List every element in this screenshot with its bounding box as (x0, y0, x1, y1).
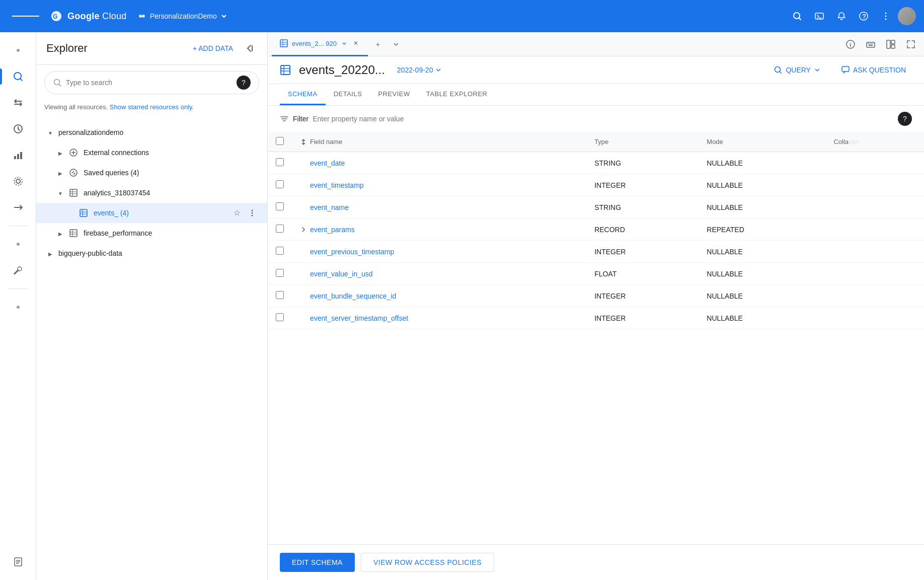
help-button[interactable]: ? (854, 6, 874, 26)
more-events-button[interactable] (245, 206, 259, 220)
info-toolbar-button[interactable]: i (841, 35, 860, 53)
add-data-button[interactable]: + ADD DATA (189, 41, 237, 55)
tree-item-external-connections[interactable]: External connections (36, 142, 267, 163)
field-name-link-event_server_timestamp_offset[interactable]: event_server_timestamp_offset (310, 314, 408, 322)
star-events-button[interactable] (230, 206, 244, 220)
tree-label-external-connections: External connections (84, 149, 259, 157)
expand-bigquery-public[interactable] (44, 247, 56, 259)
help-icon: ? (859, 11, 869, 21)
collapse-sidebar-button[interactable] (241, 40, 257, 56)
star-personalizationdemo-button[interactable] (230, 125, 244, 139)
search-nav-button[interactable] (787, 6, 807, 26)
row-collation-cell-event_previous_timestamp (825, 241, 924, 263)
field-name-link-event_date[interactable]: event_date (310, 159, 345, 167)
tree-item-personalizationdemo[interactable]: personalizationdemo (36, 122, 267, 142)
filter-input[interactable] (313, 115, 894, 123)
row-checkbox-event_name[interactable] (276, 202, 284, 210)
sidebar-item-transfer[interactable] (6, 91, 30, 115)
google-cloud-logo[interactable]: G Google Cloud (49, 9, 127, 23)
sidebar-item-model[interactable] (6, 169, 30, 193)
row-checkbox-event_timestamp[interactable] (276, 180, 284, 188)
query-button[interactable]: QUERY (767, 62, 827, 78)
star-bigquery-public-button[interactable] (230, 246, 244, 260)
hamburger-menu[interactable] (8, 10, 43, 22)
field-name-link-event_bundle_sequence_id[interactable]: event_bundle_sequence_id (310, 292, 396, 300)
row-collation-cell-event_name (825, 196, 924, 219)
saved-queries-icon (68, 168, 79, 178)
sidebar-item-wrench[interactable] (6, 258, 30, 282)
row-checkbox-event_server_timestamp_offset[interactable] (276, 313, 284, 321)
fullscreen-toolbar-button[interactable] (902, 35, 920, 53)
tree-item-events-table[interactable]: events_ (4) (36, 203, 267, 223)
expand-personalizationdemo[interactable] (44, 126, 56, 138)
svg-text:G: G (53, 13, 57, 20)
date-dropdown-icon (435, 66, 442, 74)
edit-schema-button[interactable]: EDIT SCHEMA (280, 553, 355, 572)
svg-rect-16 (14, 156, 16, 159)
row-checkbox-event_bundle_sequence_id[interactable] (276, 291, 284, 299)
schema-content: Filter ? (268, 106, 924, 544)
expand-external-connections[interactable] (54, 147, 66, 159)
sidebar-item-pipeline[interactable] (6, 195, 30, 220)
star-firebase-button[interactable] (230, 226, 244, 240)
search-help-button[interactable]: ? (237, 76, 251, 90)
field-name-link-event_previous_timestamp[interactable]: event_previous_timestamp (310, 248, 394, 256)
sidebar-item-history[interactable] (6, 117, 30, 141)
starred-resources-link[interactable]: Show starred resources only. (110, 103, 194, 111)
expand-row-icon[interactable] (300, 226, 307, 233)
expand-saved-queries[interactable] (54, 167, 66, 179)
table-name: events_20220... (299, 63, 385, 77)
sort-icon[interactable] (300, 138, 307, 146)
star-analytics-button[interactable] (230, 186, 244, 200)
expand-analytics-dataset[interactable] (54, 187, 66, 199)
svg-point-22 (17, 306, 20, 309)
tree-item-firebase[interactable]: firebase_performance (36, 223, 267, 243)
sidebar-item-docs[interactable] (6, 550, 30, 574)
view-access-button[interactable]: VIEW ROW ACCESS POLICIES (361, 553, 494, 572)
row-checkbox-event_params[interactable] (276, 225, 284, 233)
field-name-link-event_timestamp[interactable]: event_timestamp (310, 181, 364, 189)
more-firebase-button[interactable] (245, 226, 259, 240)
select-all-checkbox[interactable] (276, 137, 284, 145)
search-icon (13, 71, 24, 82)
row-checkbox-event_previous_timestamp[interactable] (276, 247, 284, 255)
more-options-button[interactable] (876, 6, 896, 26)
terminal-button[interactable] (809, 6, 829, 26)
row-checkbox-event_date[interactable] (276, 158, 284, 166)
tab-preview[interactable]: PREVIEW (370, 84, 418, 105)
tab-table-explorer[interactable]: TABLE EXPLORER (418, 84, 496, 105)
new-tab-button[interactable]: + (370, 36, 386, 52)
tree-item-saved-queries[interactable]: Saved queries (4) (36, 163, 267, 183)
tab-more-button[interactable] (388, 36, 404, 52)
field-name-link-event_name[interactable]: event_name (310, 203, 349, 211)
filter-help-button[interactable]: ? (898, 112, 912, 126)
row-field-name-cell-event_bundle_sequence_id: event_bundle_sequence_id (292, 285, 586, 307)
sidebar-item-search[interactable] (6, 64, 30, 89)
project-selector[interactable]: PersonalizationDemo (137, 11, 228, 21)
ask-question-button[interactable]: ASK QUESTION (835, 62, 912, 78)
keyboard-toolbar-button[interactable] (862, 35, 880, 53)
more-personalizationdemo-button[interactable] (245, 125, 259, 139)
more-analytics-button[interactable] (245, 186, 259, 200)
tab-more-icon (392, 40, 400, 48)
row-checkbox-event_value_in_usd[interactable] (276, 269, 284, 277)
row-checkbox-cell (268, 174, 292, 196)
notifications-button[interactable] (831, 6, 852, 26)
date-selector-button[interactable]: 2022-09-20 (393, 64, 446, 76)
tab-details[interactable]: DETAILS (326, 84, 370, 105)
field-name-link-event_value_in_usd[interactable]: event_value_in_usd (310, 270, 373, 278)
layout-toolbar-button[interactable] (882, 35, 900, 53)
field-name-link-event_params[interactable]: event_params (310, 226, 355, 234)
tab-schema[interactable]: SCHEMA (280, 84, 326, 105)
search-input[interactable] (66, 79, 233, 87)
tab-bar: events_2... 920 ✕ + i (268, 32, 924, 56)
more-bigquery-public-button[interactable] (245, 246, 259, 260)
sidebar-item-dot1[interactable] (6, 38, 30, 62)
tree-item-analytics-dataset[interactable]: analytics_318037454 (36, 183, 267, 203)
expand-firebase[interactable] (54, 227, 66, 239)
tab-events-table[interactable]: events_2... 920 ✕ (272, 32, 368, 56)
tab-close-button[interactable]: ✕ (352, 39, 360, 47)
tree-item-bigquery-public[interactable]: bigquery-public-data (36, 243, 267, 263)
user-avatar[interactable] (898, 7, 916, 25)
sidebar-item-analytics[interactable] (6, 143, 30, 167)
